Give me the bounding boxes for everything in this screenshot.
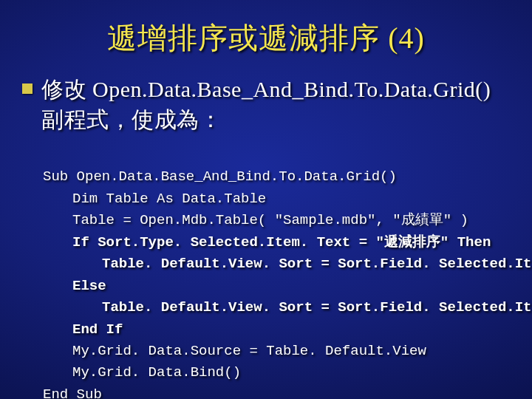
code-line: Table. Default.View. Sort = Sort.Field. … <box>43 253 532 275</box>
square-bullet-icon <box>22 83 33 94</box>
code-line: End Sub <box>43 386 102 399</box>
code-line: Table. Default.View. Sort = Sort.Field. … <box>43 297 532 318</box>
code-line: Dim Table As Data.Table <box>43 188 266 210</box>
code-line: Sub Open.Data.Base_And_Bind.To.Data.Grid… <box>43 168 397 185</box>
code-line: End If <box>43 319 123 341</box>
lead-block: 修改 Open.Data.Base_And_Bind.To.Data.Grid(… <box>22 75 510 134</box>
slide-title: 遞增排序或遞減排序 (4) <box>22 18 510 58</box>
code-block: Sub Open.Data.Base_And_Bind.To.Data.Grid… <box>22 145 510 399</box>
code-line: Table = Open.Mdb.Table( "Sample.mdb", "成… <box>43 210 468 231</box>
code-line: If Sort.Type. Selected.Item. Text = "遞減排… <box>43 232 491 253</box>
code-line: Else <box>43 276 106 297</box>
code-line: My.Grid. Data.Source = Table. Default.Vi… <box>43 341 426 362</box>
lead-text: 修改 Open.Data.Base_And_Bind.To.Data.Grid(… <box>41 75 510 134</box>
code-line: My.Grid. Data.Bind() <box>43 362 241 383</box>
